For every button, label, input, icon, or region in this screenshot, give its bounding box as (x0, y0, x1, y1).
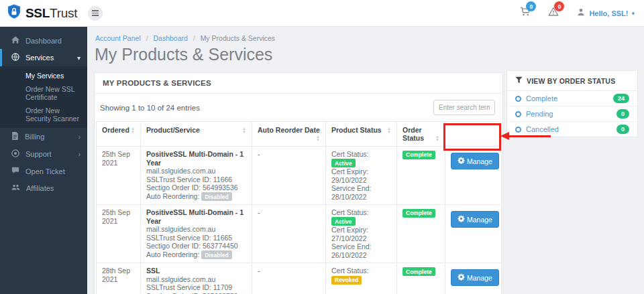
app-window: SSLTrust 0 (0, 0, 644, 294)
chevron-down-icon: ▾ (77, 54, 80, 62)
cert-status-label: Cert Status: (331, 267, 368, 275)
sidebar-item-label: Affiliates (26, 184, 54, 192)
service-id: SSLTrust Service ID: 11665 (146, 234, 246, 242)
table-row: 28th Sep 2021 SSL mail.sslguides.com.au … (97, 263, 502, 294)
count-badge: 0 (616, 125, 629, 134)
cert-status-badge: Revoked (331, 276, 362, 285)
column-header-auto-reorder-date[interactable]: Auto Reorder Date▲▼ (252, 122, 326, 147)
sidebar-item-label: Services (25, 54, 54, 62)
sidebar-item-order-new-ssl[interactable]: Order New SSL Certificate (0, 82, 87, 104)
order-status-cell: Complete (397, 205, 445, 263)
sidebar-item-open-ticket[interactable]: Open Ticket (0, 163, 87, 179)
product-name: PositiveSSL Multi-Domain - 1 Year (146, 150, 246, 167)
order-status-panel-title: VIEW BY ORDER STATUS (527, 77, 615, 85)
breadcrumb-dashboard[interactable]: Dashboard (153, 34, 187, 42)
filter-funnel-icon (515, 76, 523, 85)
disabled-badge: Disabled (201, 250, 231, 259)
alerts-count-badge: 0 (554, 1, 564, 11)
sidebar-item-services[interactable]: Services ▾ (0, 49, 87, 66)
cert-status-badge: Active (331, 217, 356, 226)
filter-label: Cancelled (526, 125, 559, 133)
manage-cell: Manage (445, 205, 502, 263)
filter-pending[interactable]: Pending 0 (507, 106, 637, 122)
ordered-cell: 25th Sep 2021 (97, 205, 141, 263)
sidebar-item-billing[interactable]: Billing › (0, 128, 87, 145)
column-header-actions (445, 122, 502, 147)
order-status-badge: Complete (402, 209, 435, 218)
manage-button[interactable]: Manage (451, 153, 499, 169)
manage-cell: Manage (445, 263, 502, 294)
sidebar-item-label: Billing (25, 133, 44, 141)
sidebar-nav: Dashboard Services ▾ My Services Order N… (0, 27, 87, 294)
topbar-actions: 0 0 Hello, (520, 7, 644, 19)
card-title: MY PRODUCTS & SERVICES (95, 73, 502, 94)
cert-expiry: Cert Expiry: 29/10/2022 (331, 167, 391, 184)
sidebar-item-affiliates[interactable]: Affiliates (0, 179, 87, 196)
services-submenu: My Services Order New SSL Certificate Or… (0, 66, 87, 128)
hamburger-icon (92, 10, 99, 16)
cert-expiry: Cert Expiry: 27/10/2022 (331, 226, 391, 242)
sidebar-item-label: Dashboard (25, 37, 62, 45)
manage-cell: Manage (445, 147, 502, 205)
sidebar-item-dashboard[interactable]: Dashboard (0, 32, 87, 49)
breadcrumb-separator: / (193, 34, 195, 42)
manage-button[interactable]: Manage (451, 269, 499, 286)
alerts-button[interactable]: 0 (548, 7, 559, 19)
sort-icon: ▲▼ (316, 135, 320, 142)
cert-status-label: Cert Status: (331, 208, 368, 216)
support-ring-icon (11, 149, 19, 159)
sidebar-item-label: Open Ticket (25, 167, 65, 175)
sidebar-item-support[interactable]: Support › (0, 145, 87, 163)
radio-circle-icon (515, 127, 521, 133)
product-cell: SSL mail.sslguides.com.au SSLTrust Servi… (141, 263, 252, 294)
cart-button[interactable]: 0 (520, 7, 531, 19)
breadcrumb-account-panel[interactable]: Account Panel (95, 34, 141, 42)
product-domain: mail.sslguides.com.au (146, 225, 246, 234)
column-header-ordered[interactable]: Ordered▲▼ (97, 122, 141, 147)
product-name: PositiveSSL Multi-Domain - 1 Year (146, 208, 246, 225)
breadcrumb: Account Panel / Dashboard / My Products … (95, 34, 275, 42)
filter-label: Complete (526, 94, 557, 102)
sort-icon: ▲▼ (435, 135, 439, 142)
sidebar-toggle-button[interactable] (88, 6, 103, 21)
sort-icon: ▲▼ (387, 127, 391, 134)
product-cell: PositiveSSL Multi-Domain - 1 Year mail.s… (141, 205, 252, 263)
auto-reordering-label: Auto Reordering: (146, 192, 199, 200)
gear-icon (458, 157, 465, 165)
service-id: SSLTrust Service ID: 11666 (146, 175, 246, 184)
service-end: Service End: 26/10/2022 (331, 242, 391, 259)
product-name: SSL (146, 267, 246, 275)
user-menu[interactable]: Hello, SSL! ▾ (576, 7, 635, 19)
ssltrust-shield-icon (7, 3, 21, 23)
filter-complete[interactable]: Complete 24 (507, 91, 637, 106)
brand-name: SSLTrust (25, 6, 77, 21)
column-header-order-status[interactable]: Order Status▲▼ (397, 122, 445, 147)
breadcrumb-current: My Products & Services (201, 34, 275, 42)
ordered-cell: 25th Sep 2021 (97, 147, 141, 205)
column-header-product-service[interactable]: Product/Service▲▼ (141, 122, 252, 147)
cart-count-badge: 0 (526, 1, 536, 11)
auto-reorder-date-cell: - (252, 263, 326, 294)
manage-button[interactable]: Manage (451, 211, 499, 228)
radio-circle-icon (515, 111, 521, 117)
product-cell: PositiveSSL Multi-Domain - 1 Year mail.s… (141, 147, 252, 205)
auto-reordering-label: Auto Reordering: (146, 250, 199, 259)
sidebar-item-order-new-scanner[interactable]: Order New Security Scanner (0, 104, 87, 125)
order-status-cell: Complete (397, 263, 445, 294)
cert-status-label: Cert Status: (331, 150, 368, 158)
auto-reorder-date-cell: - (252, 147, 326, 205)
search-input[interactable] (433, 100, 495, 115)
chevron-right-icon: › (78, 151, 80, 158)
radio-circle-icon (515, 96, 521, 102)
filter-cancelled[interactable]: Cancelled 0 (507, 122, 637, 137)
order-status-badge: Complete (402, 151, 435, 159)
gear-icon (458, 273, 465, 282)
sidebar-item-my-services[interactable]: My Services (0, 69, 87, 82)
service-end: Service End: 28/10/2022 (331, 184, 391, 201)
column-header-product-status[interactable]: Product Status▲▼ (326, 122, 397, 147)
user-greeting: Hello, SSL! (589, 9, 628, 17)
product-status-cell: Cert Status: Active Cert Expiry: 27/10/2… (326, 205, 397, 263)
home-icon (11, 36, 19, 45)
brand-logo: SSLTrust (0, 3, 77, 23)
order-status-panel: VIEW BY ORDER STATUS Complete 24 Pending… (506, 70, 638, 137)
